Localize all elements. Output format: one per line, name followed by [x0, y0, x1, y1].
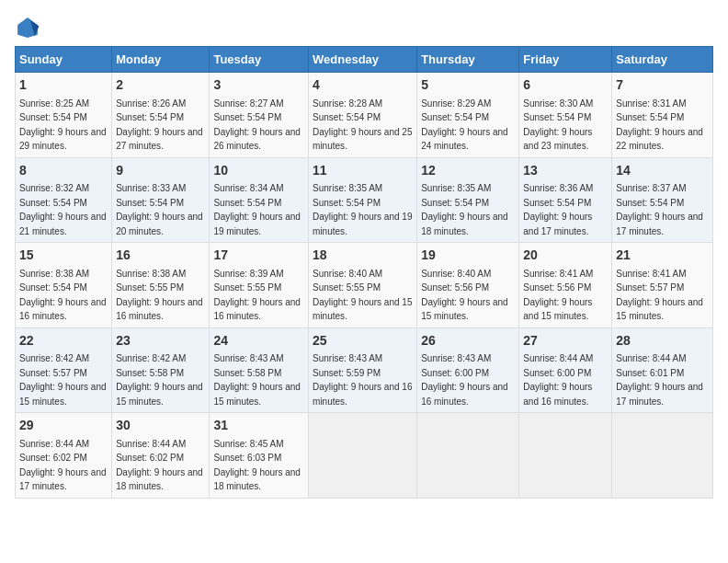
- calendar-table: SundayMondayTuesdayWednesdayThursdayFrid…: [15, 46, 713, 499]
- calendar-cell: [612, 413, 713, 499]
- cell-info: Sunrise: 8:40 AMSunset: 5:55 PMDaylight:…: [313, 269, 412, 322]
- day-number: 26: [421, 332, 515, 350]
- calendar-cell: 22Sunrise: 8:42 AMSunset: 5:57 PMDayligh…: [16, 327, 112, 413]
- day-number: 29: [19, 417, 108, 435]
- weekday-header-friday: Friday: [519, 47, 612, 73]
- calendar-cell: 16Sunrise: 8:38 AMSunset: 5:55 PMDayligh…: [112, 243, 210, 328]
- calendar-week-2: 8Sunrise: 8:32 AMSunset: 5:54 PMDaylight…: [16, 157, 713, 243]
- calendar-cell: [417, 413, 519, 499]
- cell-info: Sunrise: 8:44 AMSunset: 6:02 PMDaylight:…: [116, 439, 203, 492]
- day-number: 7: [616, 76, 709, 95]
- cell-info: Sunrise: 8:37 AMSunset: 5:54 PMDaylight:…: [616, 183, 703, 236]
- cell-info: Sunrise: 8:27 AMSunset: 5:54 PMDaylight:…: [213, 98, 301, 152]
- day-number: 4: [313, 76, 413, 95]
- cell-info: Sunrise: 8:33 AMSunset: 5:54 PMDaylight:…: [116, 183, 203, 236]
- day-number: 31: [213, 417, 304, 435]
- day-number: 27: [523, 332, 608, 350]
- calendar-cell: 27Sunrise: 8:44 AMSunset: 6:00 PMDayligh…: [519, 327, 612, 413]
- day-number: 23: [116, 332, 205, 350]
- calendar-cell: 20Sunrise: 8:41 AMSunset: 5:56 PMDayligh…: [519, 243, 612, 328]
- calendar-week-4: 22Sunrise: 8:42 AMSunset: 5:57 PMDayligh…: [16, 327, 713, 413]
- weekday-header-thursday: Thursday: [417, 47, 519, 73]
- logo: [15, 15, 44, 40]
- cell-info: Sunrise: 8:45 AMSunset: 6:03 PMDaylight:…: [213, 439, 301, 492]
- calendar-cell: 8Sunrise: 8:32 AMSunset: 5:54 PMDaylight…: [16, 157, 112, 243]
- day-number: 3: [213, 76, 304, 95]
- day-number: 19: [421, 247, 515, 265]
- cell-info: Sunrise: 8:35 AMSunset: 5:54 PMDaylight:…: [313, 183, 412, 236]
- calendar-cell: 26Sunrise: 8:43 AMSunset: 6:00 PMDayligh…: [417, 327, 519, 413]
- day-number: 25: [313, 332, 413, 350]
- calendar-cell: 18Sunrise: 8:40 AMSunset: 5:55 PMDayligh…: [309, 243, 417, 328]
- day-number: 24: [213, 332, 304, 350]
- weekday-header-saturday: Saturday: [612, 47, 713, 73]
- weekday-header-sunday: Sunday: [16, 47, 112, 73]
- calendar-cell: [309, 413, 417, 499]
- weekday-header-monday: Monday: [112, 47, 210, 73]
- calendar-cell: 5Sunrise: 8:29 AMSunset: 5:54 PMDaylight…: [417, 73, 519, 158]
- cell-info: Sunrise: 8:32 AMSunset: 5:54 PMDaylight:…: [19, 183, 107, 236]
- day-number: 12: [421, 162, 515, 180]
- cell-info: Sunrise: 8:44 AMSunset: 6:02 PMDaylight:…: [19, 439, 107, 492]
- calendar-cell: 24Sunrise: 8:43 AMSunset: 5:58 PMDayligh…: [210, 327, 309, 413]
- day-number: 15: [19, 247, 108, 265]
- cell-info: Sunrise: 8:25 AMSunset: 5:54 PMDaylight:…: [19, 98, 107, 152]
- day-number: 28: [616, 332, 709, 350]
- day-number: 13: [523, 162, 608, 180]
- calendar-cell: 29Sunrise: 8:44 AMSunset: 6:02 PMDayligh…: [16, 413, 112, 499]
- day-number: 18: [313, 247, 413, 265]
- day-number: 2: [116, 76, 205, 95]
- logo-icon: [15, 15, 40, 40]
- cell-info: Sunrise: 8:26 AMSunset: 5:54 PMDaylight:…: [116, 98, 203, 152]
- day-number: 17: [213, 247, 304, 265]
- day-number: 21: [616, 247, 709, 265]
- day-number: 20: [523, 247, 608, 265]
- calendar-week-1: 1Sunrise: 8:25 AMSunset: 5:54 PMDaylight…: [16, 73, 713, 158]
- day-number: 1: [19, 76, 108, 95]
- cell-info: Sunrise: 8:35 AMSunset: 5:54 PMDaylight:…: [421, 183, 508, 236]
- calendar-cell: 13Sunrise: 8:36 AMSunset: 5:54 PMDayligh…: [519, 157, 612, 243]
- calendar-cell: 10Sunrise: 8:34 AMSunset: 5:54 PMDayligh…: [210, 157, 309, 243]
- cell-info: Sunrise: 8:42 AMSunset: 5:58 PMDaylight:…: [116, 353, 203, 407]
- day-number: 30: [116, 417, 205, 435]
- cell-info: Sunrise: 8:40 AMSunset: 5:56 PMDaylight:…: [421, 269, 508, 322]
- cell-info: Sunrise: 8:39 AMSunset: 5:55 PMDaylight:…: [213, 269, 301, 322]
- calendar-week-3: 15Sunrise: 8:38 AMSunset: 5:54 PMDayligh…: [16, 243, 713, 328]
- cell-info: Sunrise: 8:38 AMSunset: 5:54 PMDaylight:…: [19, 269, 107, 322]
- day-number: 10: [213, 162, 304, 180]
- day-number: 22: [19, 332, 108, 350]
- cell-info: Sunrise: 8:41 AMSunset: 5:57 PMDaylight:…: [616, 269, 703, 322]
- weekday-header-row: SundayMondayTuesdayWednesdayThursdayFrid…: [16, 47, 713, 73]
- day-number: 8: [19, 162, 108, 180]
- calendar-cell: 6Sunrise: 8:30 AMSunset: 5:54 PMDaylight…: [519, 73, 612, 158]
- cell-info: Sunrise: 8:34 AMSunset: 5:54 PMDaylight:…: [213, 183, 301, 236]
- day-number: 6: [523, 76, 608, 95]
- calendar-cell: 11Sunrise: 8:35 AMSunset: 5:54 PMDayligh…: [309, 157, 417, 243]
- day-number: 11: [313, 162, 413, 180]
- calendar-cell: 4Sunrise: 8:28 AMSunset: 5:54 PMDaylight…: [309, 73, 417, 158]
- cell-info: Sunrise: 8:44 AMSunset: 6:01 PMDaylight:…: [616, 353, 703, 407]
- cell-info: Sunrise: 8:29 AMSunset: 5:54 PMDaylight:…: [421, 98, 508, 152]
- day-number: 9: [116, 162, 205, 180]
- cell-info: Sunrise: 8:31 AMSunset: 5:54 PMDaylight:…: [616, 98, 703, 152]
- calendar-cell: 23Sunrise: 8:42 AMSunset: 5:58 PMDayligh…: [112, 327, 210, 413]
- calendar-cell: 25Sunrise: 8:43 AMSunset: 5:59 PMDayligh…: [309, 327, 417, 413]
- calendar-cell: 15Sunrise: 8:38 AMSunset: 5:54 PMDayligh…: [16, 243, 112, 328]
- calendar-week-5: 29Sunrise: 8:44 AMSunset: 6:02 PMDayligh…: [16, 413, 713, 499]
- calendar-cell: 19Sunrise: 8:40 AMSunset: 5:56 PMDayligh…: [417, 243, 519, 328]
- calendar-cell: 1Sunrise: 8:25 AMSunset: 5:54 PMDaylight…: [16, 73, 112, 158]
- calendar-cell: 7Sunrise: 8:31 AMSunset: 5:54 PMDaylight…: [612, 73, 713, 158]
- calendar-cell: 21Sunrise: 8:41 AMSunset: 5:57 PMDayligh…: [612, 243, 713, 328]
- calendar-cell: 30Sunrise: 8:44 AMSunset: 6:02 PMDayligh…: [112, 413, 210, 499]
- header: [15, 15, 713, 40]
- cell-info: Sunrise: 8:38 AMSunset: 5:55 PMDaylight:…: [116, 269, 203, 322]
- calendar-cell: 17Sunrise: 8:39 AMSunset: 5:55 PMDayligh…: [210, 243, 309, 328]
- calendar-cell: 31Sunrise: 8:45 AMSunset: 6:03 PMDayligh…: [210, 413, 309, 499]
- cell-info: Sunrise: 8:41 AMSunset: 5:56 PMDaylight:…: [523, 269, 593, 322]
- cell-info: Sunrise: 8:43 AMSunset: 5:59 PMDaylight:…: [313, 353, 412, 407]
- calendar-cell: [519, 413, 612, 499]
- calendar-cell: 9Sunrise: 8:33 AMSunset: 5:54 PMDaylight…: [112, 157, 210, 243]
- weekday-header-wednesday: Wednesday: [309, 47, 417, 73]
- calendar-cell: 3Sunrise: 8:27 AMSunset: 5:54 PMDaylight…: [210, 73, 309, 158]
- day-number: 16: [116, 247, 205, 265]
